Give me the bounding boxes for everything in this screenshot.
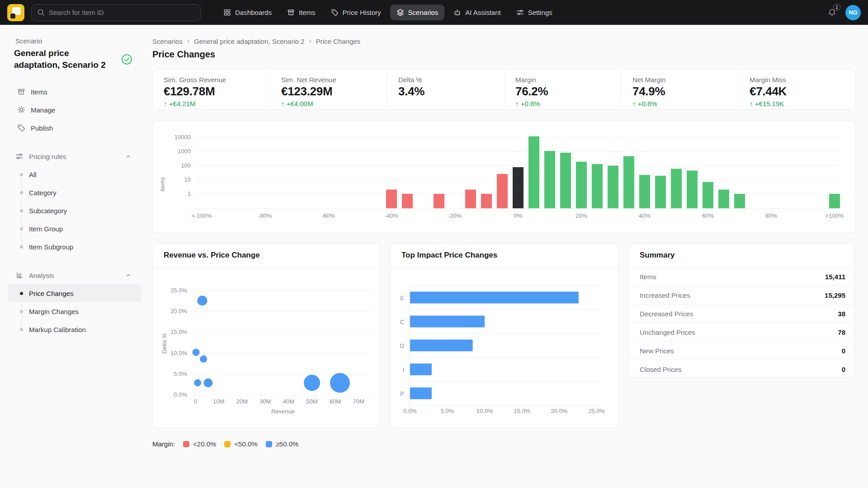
kpi-delta: ↑ +€4.21M <box>164 100 259 108</box>
search-box[interactable] <box>31 4 201 21</box>
nav-scenarios[interactable]: Scenarios <box>390 5 445 20</box>
kpi-label: Delta % <box>398 76 493 84</box>
svg-text:Revenue: Revenue <box>271 408 295 415</box>
dashboards-icon <box>223 9 231 16</box>
svg-text:Items: Items <box>159 177 166 192</box>
sidebar-item-label: Manage <box>31 106 55 114</box>
svg-text:I: I <box>402 366 404 373</box>
svg-text:0%: 0% <box>514 212 523 219</box>
search-input[interactable] <box>49 9 195 16</box>
legend-label: <50.0% <box>234 440 257 448</box>
kpi-margin-miss: Margin Miss €7.44K ↑ +€15.19K <box>738 70 855 109</box>
nav-ai-assistant[interactable]: AI Assistant <box>447 5 507 20</box>
box-icon <box>17 88 25 96</box>
notifications-button[interactable]: 1 <box>828 8 836 17</box>
bullet-icon <box>20 191 23 194</box>
svg-text:>100%: >100% <box>826 212 844 219</box>
legend-item-lt20: <20.0% <box>183 440 216 448</box>
nav-settings[interactable]: Settings <box>510 5 559 20</box>
svg-text:20%: 20% <box>576 212 587 219</box>
gear-icon <box>17 106 25 114</box>
sliders-icon <box>516 9 524 16</box>
bullet-icon <box>20 245 23 249</box>
kpi-value: 76.2% <box>515 84 610 99</box>
nav-dashboards[interactable]: Dashboards <box>217 5 278 20</box>
breadcrumb-scenarios[interactable]: Scenarios <box>152 38 183 45</box>
nav-price-history[interactable]: Price History <box>325 5 387 20</box>
sidebar-item-item-subgroup[interactable]: Item Subgroup <box>8 238 142 256</box>
sidebar-item-margin-changes[interactable]: Margin Changes <box>8 302 142 320</box>
kpi-delta-pct: Delta % 3.4% <box>387 70 504 109</box>
scenario-name: General price adaptation, Scenario 2 <box>14 47 116 71</box>
nav-label: Settings <box>528 9 552 16</box>
legend-title: Margin: <box>152 440 175 448</box>
kpi-label: Sim. Net Revenue <box>281 76 376 84</box>
svg-text:0.0%: 0.0% <box>403 408 417 414</box>
breadcrumb-scenario-name[interactable]: General price adaptation, Scenario 2 <box>194 38 304 45</box>
kpi-delta: ↑ +0.8% <box>632 100 727 108</box>
sidebar-item-price-changes[interactable]: Price Changes <box>8 284 142 302</box>
svg-text:-60%: -60% <box>321 212 335 219</box>
red-swatch-icon <box>183 441 189 447</box>
nav-label: Dashboards <box>235 9 272 16</box>
svg-text:15.0%: 15.0% <box>170 328 187 335</box>
svg-text:C: C <box>400 319 404 325</box>
sidebar-item-item-group[interactable]: Item Group <box>8 220 142 238</box>
svg-text:Delta %: Delta % <box>161 333 168 354</box>
svg-text:10M: 10M <box>213 398 224 405</box>
svg-text:50M: 50M <box>306 398 317 405</box>
panel-title: Revenue vs. Price Change <box>153 244 380 267</box>
sidebar-item-label: Markup Calibration <box>29 326 86 333</box>
svg-text:<-100%: <-100% <box>191 212 212 219</box>
sidebar-item-label: Subcategory <box>29 207 67 215</box>
sidebar: Scenario General price adaptation, Scena… <box>0 25 142 488</box>
kpi-value: 3.4% <box>398 84 493 99</box>
legend-label: <20.0% <box>193 440 216 448</box>
svg-text:5.0%: 5.0% <box>441 408 454 414</box>
top-impact-price-changes-panel: Top Impact Price Changes ECDIP0.0%5.0%10… <box>390 243 618 428</box>
app-logo[interactable] <box>7 4 24 21</box>
svg-text:0.0%: 0.0% <box>174 391 187 398</box>
kpi-cards: Sim. Gross Revenue €129.78M ↑ +€4.21M Si… <box>152 69 856 110</box>
revenue-vs-price-change-panel: Revenue vs. Price Change 0.0%5.0%10.0%15… <box>152 243 380 428</box>
summary-label: New Prices <box>640 347 674 355</box>
svg-text:80%: 80% <box>765 212 777 219</box>
sidebar-item-category[interactable]: Category <box>8 183 142 202</box>
sidebar-item-label: Items <box>31 88 47 96</box>
nav-items[interactable]: Items <box>281 5 322 20</box>
nav-label: Items <box>299 9 316 16</box>
section-header-pricing-rules[interactable]: Pricing rules <box>0 150 142 162</box>
box-icon <box>287 9 295 16</box>
sidebar-item-manage[interactable]: Manage <box>0 101 142 119</box>
legend-item-lt50: <50.0% <box>224 440 257 448</box>
search-icon <box>37 9 45 16</box>
sidebar-item-all[interactable]: All <box>8 165 142 183</box>
svg-text:100: 100 <box>181 162 191 169</box>
kpi-label: Margin Miss <box>750 76 844 84</box>
svg-text:60%: 60% <box>702 212 714 219</box>
sidebar-item-publish[interactable]: Publish <box>0 119 142 137</box>
sidebar-item-items[interactable]: Items <box>0 83 142 101</box>
summary-row-unchanged: Unchanged Prices78 <box>629 323 854 342</box>
kpi-value: 74.9% <box>632 84 727 99</box>
svg-text:20.0%: 20.0% <box>551 408 568 414</box>
svg-text:10.0%: 10.0% <box>170 350 187 357</box>
top-navigation: Dashboards Items Price History Scenarios… <box>217 5 559 20</box>
legend-label: ≥50.0% <box>276 440 299 448</box>
kpi-sim-gross-revenue: Sim. Gross Revenue €129.78M ↑ +€4.21M <box>153 70 270 109</box>
section-header-analysis[interactable]: Analysis <box>0 269 142 281</box>
sidebar-item-markup-calibration[interactable]: Markup Calibration <box>8 320 142 338</box>
histogram-svg: 110100100010000Items<-100%-80%-60%-40%-2… <box>153 121 855 233</box>
kpi-sim-net-revenue: Sim. Net Revenue €123.29M ↑ +€4.00M <box>270 70 387 109</box>
price-change-distribution-chart: 110100100010000Items<-100%-80%-60%-40%-2… <box>152 121 856 233</box>
sidebar-item-label: Category <box>29 189 57 197</box>
nav-label: Scenarios <box>408 9 439 16</box>
breadcrumb: Scenarios › General price adaptation, Sc… <box>152 37 856 45</box>
avatar[interactable]: NG <box>845 5 861 20</box>
sidebar-item-subcategory[interactable]: Subcategory <box>8 202 142 220</box>
svg-text:10.0%: 10.0% <box>476 408 493 414</box>
summary-panel: Summary Items15,411 Increased Prices15,2… <box>628 243 855 378</box>
svg-text:20M: 20M <box>236 398 248 405</box>
main-content: Scenarios › General price adaptation, Sc… <box>142 25 868 488</box>
svg-text:0: 0 <box>193 398 197 405</box>
